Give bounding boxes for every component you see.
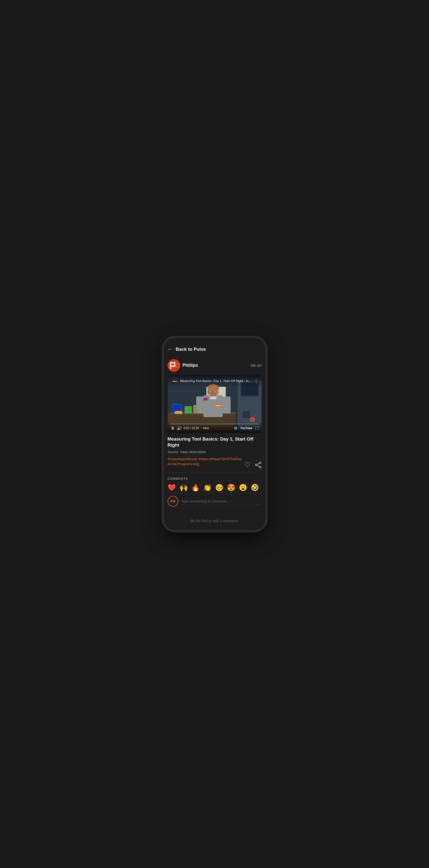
share-button[interactable]: [255, 462, 262, 468]
like-button[interactable]: ♡: [245, 461, 251, 469]
svg-rect-19: [243, 411, 250, 418]
post-title: Measuring Tool Basics: Day 1, Start Off …: [168, 436, 262, 448]
svg-rect-37: [223, 397, 231, 413]
emoji-reaction-button[interactable]: ❤️: [168, 484, 176, 491]
post-author: Phillips: [168, 359, 198, 372]
back-button[interactable]: ←: [168, 346, 173, 352]
settings-button[interactable]: ⚙: [234, 426, 237, 431]
header: ← Back to Pulse: [164, 343, 265, 356]
post-header: Phillips 5th Jul: [168, 356, 262, 375]
video-player[interactable]: VF 3SS: [168, 375, 262, 433]
video-thumbnail: VF 3SS: [168, 375, 262, 433]
tag[interactable]: #CNCProgramming: [168, 462, 199, 466]
video-more-button[interactable]: ⋮: [254, 378, 259, 384]
svg-rect-36: [196, 397, 204, 413]
emoji-reaction-button[interactable]: 🔥: [191, 484, 200, 491]
comments-label: COMMENTS: [168, 477, 262, 480]
emoji-reaction-button[interactable]: 😮: [239, 484, 247, 491]
post-date: 5th Jul: [251, 363, 261, 367]
tag[interactable]: #Haas: [198, 457, 208, 461]
post-source: Source: Haas Automation: [168, 450, 262, 454]
emoji-reaction-button[interactable]: 🤣: [251, 484, 259, 491]
phone-inner: ← Back to Pulse: [164, 338, 265, 530]
svg-point-21: [251, 418, 254, 421]
pause-button[interactable]: ⏸: [171, 426, 175, 431]
post-tags: #HaasAppsMinute #Haas #HaasTipOfTheDay #…: [168, 457, 245, 466]
emoji-reaction-button[interactable]: 🥺: [215, 484, 224, 491]
svg-point-45: [255, 464, 257, 466]
svg-rect-13: [186, 407, 191, 412]
svg-rect-5: [168, 364, 180, 365]
svg-rect-6: [168, 367, 180, 367]
comment-input-row: PM: [168, 496, 262, 507]
svg-rect-33: [210, 397, 216, 399]
video-time: 0:02 / 23:29 • Intro: [183, 427, 232, 430]
svg-text:HAAS: HAAS: [172, 380, 177, 382]
no-comments-message: Be the first to add a comment.: [168, 514, 262, 530]
svg-rect-41: [175, 411, 182, 414]
svg-point-32: [210, 393, 217, 397]
author-name: Phillips: [183, 363, 198, 368]
emoji-reaction-button[interactable]: 🙌: [179, 484, 188, 491]
status-bar: [164, 338, 265, 343]
svg-point-46: [259, 466, 261, 468]
emoji-reaction-button[interactable]: 👏: [203, 484, 212, 491]
svg-point-44: [259, 462, 261, 464]
svg-rect-40: [203, 400, 208, 401]
svg-line-47: [257, 463, 259, 465]
phone-frame: ← Back to Pulse: [164, 338, 265, 530]
tag[interactable]: #HaasAppsMinute: [168, 457, 197, 461]
svg-line-48: [257, 465, 259, 466]
svg-rect-39: [203, 398, 208, 399]
channel-icon: HAAS: [171, 377, 178, 385]
content: Phillips 5th Jul: [164, 356, 265, 530]
avatar: [168, 359, 180, 372]
progress-bar[interactable]: [171, 424, 259, 424]
action-icons: ♡: [245, 461, 262, 469]
post-actions-row: #HaasAppsMinute #Haas #HaasTipOfTheDay #…: [168, 457, 262, 469]
video-controls: ⏸ 🔊 0:02 / 23:29 • Intro ⚙ YouTube: [168, 422, 262, 433]
video-info-bar: HAAS Measuring Tool Basics: Day 1, Start…: [168, 375, 262, 387]
controls-row: ⏸ 🔊 0:02 / 23:29 • Intro ⚙ YouTube: [171, 426, 259, 431]
youtube-label: YouTube: [240, 427, 252, 430]
emoji-reaction-button[interactable]: 😍: [227, 484, 235, 491]
user-avatar: PM: [168, 496, 178, 507]
video-title-bar: Measuring Tool Basics: Day 1, Start Off …: [180, 379, 252, 383]
svg-text:HAAS: HAAS: [216, 405, 221, 406]
progress-fill: [171, 424, 172, 424]
fullscreen-button[interactable]: ⛶: [255, 426, 259, 430]
tag[interactable]: #HaasTipOfTheDay: [209, 457, 241, 461]
svg-rect-15: [168, 409, 171, 413]
volume-button[interactable]: 🔊: [177, 426, 182, 431]
header-title: Back to Pulse: [176, 347, 206, 352]
comment-input[interactable]: [181, 498, 262, 505]
emoji-row: ❤️🙌🔥👏🥺😍😮🤣: [168, 484, 262, 491]
divider: [168, 472, 262, 472]
